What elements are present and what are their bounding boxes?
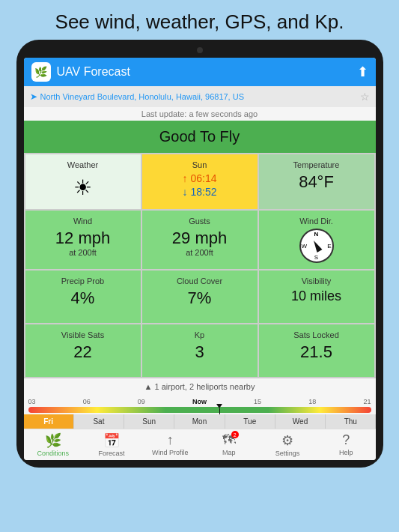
day-tab-mon[interactable]: Mon	[174, 414, 224, 429]
day-tab-thu[interactable]: Thu	[326, 414, 375, 429]
nav-icon-wrap-conditions: 🌿	[45, 432, 61, 449]
cloud-cover-card: Cloud Cover 7%	[142, 270, 258, 323]
weather-label: Weather	[67, 160, 98, 169]
last-update: Last update: a few seconds ago	[24, 107, 376, 121]
nav-icon-wrap-wind: ↑	[167, 432, 174, 448]
sats-locked-card: Sats Locked 21.5	[259, 324, 374, 377]
nav-label-help: Help	[339, 449, 353, 456]
gusts-sub: at 200ft	[186, 248, 213, 257]
sats-locked-label: Sats Locked	[293, 330, 339, 339]
weather-card: Weather ☀	[25, 154, 141, 209]
wind-card: Wind 12 mph at 200ft	[25, 211, 141, 269]
nav-icon-wrap-help: ?	[342, 432, 350, 448]
timeline-bar[interactable]: 03 06 09 Now 15 18 21	[24, 395, 376, 414]
sunset-time: ↓ 18:52	[183, 186, 217, 198]
timeline-track[interactable]	[28, 407, 371, 413]
wind-value: 12 mph	[55, 229, 110, 248]
day-tab-wed[interactable]: Wed	[275, 414, 325, 429]
page-title-text: See wind, weather, GPS, and Kp.	[0, 0, 399, 40]
nav-icon-wrap-map: 🗺 2	[222, 432, 236, 448]
location-arrow-icon: ➤	[30, 91, 37, 102]
day-tab-sun[interactable]: Sun	[124, 414, 174, 429]
sats-locked-value: 21.5	[300, 342, 332, 362]
airport-notice-icon: ▲	[144, 382, 153, 391]
device-frame: 🌿 UAV Forecast ⬆ ➤ North Vineyard Boulev…	[16, 40, 383, 468]
screen: 🌿 UAV Forecast ⬆ ➤ North Vineyard Boulev…	[24, 58, 376, 460]
temperature-card: Temperature 84°F	[259, 154, 374, 209]
location-bar: ➤ North Vineyard Boulevard, Honolulu, Ha…	[24, 86, 376, 107]
sun-times: ↑ 06:14 ↓ 18:52	[183, 172, 217, 198]
top-bar: 🌿 UAV Forecast ⬆	[24, 58, 376, 86]
gusts-card: Gusts 29 mph at 200ft	[142, 211, 258, 269]
timeline-marker	[216, 404, 222, 414]
day-tab-sat[interactable]: Sat	[74, 414, 124, 429]
nav-wind-profile[interactable]: ↑ Wind Profile	[141, 429, 199, 460]
nav-map[interactable]: 🗺 2 Map	[199, 429, 258, 460]
gusts-label: Gusts	[189, 217, 210, 226]
wind-sub: at 200ft	[69, 248, 97, 257]
cloud-cover-value: 7%	[188, 288, 212, 308]
share-icon[interactable]: ⬆	[357, 64, 368, 80]
nav-conditions[interactable]: 🌿 Conditions	[24, 429, 82, 460]
map-badge: 2	[231, 431, 239, 438]
sun-label: Sun	[192, 160, 207, 169]
day-tab-tue[interactable]: Tue	[225, 414, 275, 429]
nav-icon-wrap-settings: ⚙	[281, 432, 293, 449]
sun-card: Sun ↑ 06:14 ↓ 18:52	[142, 154, 258, 209]
airport-notice: ▲ 1 airport, 2 heliports nearby	[24, 378, 376, 395]
precip-value: 4%	[71, 288, 95, 308]
precip-label: Precip Prob	[61, 276, 104, 285]
kp-card: Kp 3	[142, 324, 258, 377]
nav-label-settings: Settings	[275, 450, 300, 457]
timeline-labels: 03 06 09 Now 15 18 21	[28, 398, 371, 405]
conditions-icon: 🌿	[45, 433, 61, 448]
wind-label: Wind	[73, 217, 92, 226]
camera	[197, 47, 203, 53]
nav-label-map: Map	[222, 449, 236, 456]
temperature-label: Temperature	[293, 160, 340, 169]
day-tab-fri[interactable]: Fri	[24, 414, 73, 429]
visibility-card: Visibility 10 miles	[259, 270, 374, 323]
visibility-value: 10 miles	[291, 288, 341, 304]
compass-circle: N S E W	[299, 229, 334, 263]
sunrise-time: ↑ 06:14	[183, 172, 217, 184]
nav-label-forecast: Forecast	[98, 450, 124, 457]
gusts-value: 29 mph	[172, 229, 227, 248]
forecast-icon: 📅	[103, 433, 120, 448]
cloud-cover-label: Cloud Cover	[177, 276, 222, 285]
visible-sats-value: 22	[73, 342, 91, 362]
airport-notice-text: 1 airport, 2 heliports nearby	[155, 382, 255, 391]
star-icon[interactable]: ☆	[360, 91, 370, 103]
visible-sats-label: Visible Sats	[61, 330, 104, 339]
nav-label-conditions: Conditions	[37, 450, 69, 457]
temperature-value: 84°F	[299, 172, 334, 192]
weather-icon: ☀	[73, 175, 92, 200]
compass-container: N S E W	[299, 229, 334, 263]
visibility-label: Visibility	[302, 276, 332, 285]
cards-grid: Weather ☀ Sun ↑ 06:14 ↓ 18:52 Temperatur…	[24, 153, 376, 378]
nav-icon-wrap-forecast: 📅	[103, 432, 120, 449]
bottom-nav: 🌿 Conditions 📅 Forecast ↑ Wind Profile 🗺	[24, 429, 376, 460]
timeline-marker-line	[219, 408, 220, 414]
visible-sats-card: Visible Sats 22	[25, 324, 141, 377]
wind-dir-label: Wind Dir.	[299, 217, 333, 226]
precip-card: Precip Prob 4%	[25, 270, 141, 323]
app-logo: 🌿	[31, 62, 51, 82]
status-banner: Good To Fly	[24, 121, 376, 153]
location-text: North Vineyard Boulevard, Honolulu, Hawa…	[40, 92, 360, 101]
kp-label: Kp	[195, 330, 204, 339]
nav-label-wind-profile: Wind Profile	[152, 449, 189, 456]
nav-forecast[interactable]: 📅 Forecast	[82, 429, 141, 460]
kp-value: 3	[195, 342, 204, 362]
settings-icon: ⚙	[281, 433, 293, 448]
help-icon: ?	[342, 432, 350, 447]
day-tabs: Fri Sat Sun Mon Tue Wed Thu	[24, 414, 376, 429]
app-title: UAV Forecast	[57, 65, 357, 79]
nav-settings[interactable]: ⚙ Settings	[258, 429, 317, 460]
nav-help[interactable]: ? Help	[317, 429, 375, 460]
wind-profile-icon: ↑	[167, 432, 174, 447]
wind-dir-card: Wind Dir. N S E W	[259, 211, 374, 269]
